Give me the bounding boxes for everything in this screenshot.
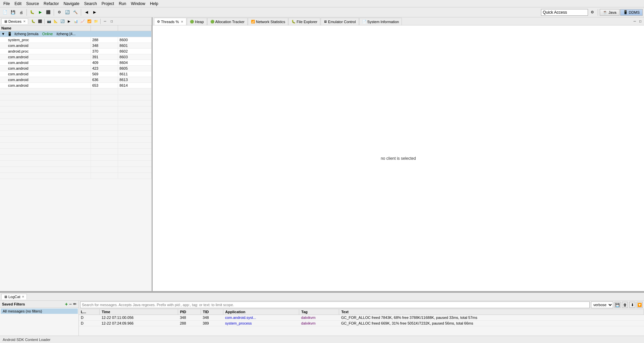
col-pid: PID [178, 309, 201, 315]
filter-all-messages[interactable]: All messages (no filters) [1, 308, 78, 314]
logcat-row[interactable]: D 12-22 07:24:09.966 288 389 system_proc… [79, 321, 644, 326]
ddms-tab-label-network: Network Statistics [256, 20, 285, 24]
logcat-save-button[interactable]: 💾 [614, 302, 621, 308]
devices-tab-x-icon[interactable]: ✕ [23, 20, 26, 23]
empty-row [0, 94, 152, 100]
run-button[interactable]: ▶ [37, 9, 44, 16]
process-name: com.android [0, 60, 91, 66]
col-time: Time [100, 309, 178, 315]
log-app: com.android.syst... [223, 315, 299, 321]
logcat-scroll-button[interactable]: ⬇ [629, 302, 635, 308]
process-row[interactable]: com.android 569 8611 [0, 71, 152, 77]
devices-toolbar-minimize[interactable]: ─ [102, 18, 108, 24]
expand-icon[interactable]: ▼ [1, 32, 5, 36]
devices-toolbar-stop[interactable]: ⬛ [37, 18, 43, 24]
devices-tab[interactable]: 🖥 Devices ✕ [1, 18, 28, 24]
devices-toolbar-layout[interactable]: 📐 [53, 18, 59, 24]
menu-window[interactable]: Window [129, 1, 147, 7]
toolbar-sep-2 [54, 9, 54, 16]
logcat-filter-button[interactable]: 🔽 [637, 302, 643, 308]
ddms-tab-label-sysinfo: System Information [367, 20, 399, 24]
process-row[interactable]: com.android 391 8603 [0, 54, 152, 60]
ddms-perspective-button[interactable]: 📱 DDMS [620, 9, 643, 16]
add-filter-button[interactable]: + [65, 301, 68, 307]
devices-toolbar-alloc[interactable]: 📈 [79, 18, 86, 24]
ddms-tab-threads[interactable]: ⚙Threads %✕ [154, 18, 186, 25]
ddms-tab-sysinfo[interactable]: 📄System Information [359, 18, 402, 25]
menu-run[interactable]: Run [117, 1, 128, 7]
process-port: 8601 [118, 43, 152, 49]
devices-toolbar-thread[interactable]: ▶ [66, 18, 72, 24]
devices-panel: 🖥 Devices ✕ 🐛 ⬛ 📷 📐 🔄 ▶ 📊 📈 📶 📁 [0, 17, 153, 291]
ddms-tab-close-threads[interactable]: ✕ [181, 20, 183, 23]
process-row[interactable]: com.android 423 8605 [0, 66, 152, 71]
process-name: com.android [0, 83, 91, 88]
devices-toolbar-debug[interactable]: 🐛 [30, 18, 36, 24]
log-level: D [79, 321, 100, 326]
process-row[interactable]: com.android 653 8614 [0, 83, 152, 88]
refresh-button[interactable]: 🔄 [64, 9, 71, 16]
empty-row [0, 149, 152, 155]
ddms-tab-label-threads: Threads % [161, 20, 179, 24]
logcat-search-input[interactable] [80, 301, 590, 308]
menu-help[interactable]: Help [148, 1, 160, 7]
logcat-search-bar: verbose debug info warn error 💾 🗑 ⬇ 🔽 [79, 301, 644, 309]
verbose-select[interactable]: verbose debug info warn error [591, 301, 613, 308]
log-time: 12-22 07:11:00.056 [100, 315, 178, 321]
save-button[interactable]: 💾 [9, 9, 17, 16]
remove-filter-button[interactable]: − [69, 301, 72, 307]
process-row[interactable]: android.proc 370 8602 [0, 49, 152, 54]
edit-filter-button[interactable]: ✏ [73, 302, 76, 306]
ddms-tab-label-allocation: Allocation Tracker [215, 20, 245, 24]
devices-toolbar-update[interactable]: 🔄 [59, 18, 65, 24]
ddms-tab-label-emulator: Emulator Control [328, 20, 356, 24]
menu-edit[interactable]: Edit [12, 1, 23, 7]
ddms-tab-network[interactable]: 📶Network Statistics [248, 18, 288, 25]
debug-button[interactable]: 🐛 [29, 9, 36, 16]
logcat-row[interactable]: D 12-22 07:11:00.056 348 348 com.android… [79, 315, 644, 321]
back-button[interactable]: ◀ [83, 9, 90, 16]
empty-row [0, 137, 152, 143]
devices-table[interactable]: Name ▼ 📱 itzheng [emula Online itzheng [… [0, 25, 152, 291]
ddms-tab-allocation[interactable]: 🟢Allocation Tracker [207, 18, 248, 25]
log-tid: 389 [201, 321, 223, 326]
ddms-minimize-button[interactable]: ─ [632, 19, 637, 23]
logcat-tab-label: LogCat [8, 295, 20, 299]
java-perspective-button[interactable]: ☕ Java [600, 9, 619, 16]
ddms-tab-heap[interactable]: 🟢Heap [187, 18, 207, 25]
menu-project[interactable]: Project [100, 1, 116, 7]
menu-file[interactable]: File [1, 1, 12, 7]
menu-search[interactable]: Search [82, 1, 99, 7]
build-button[interactable]: 🔨 [72, 9, 79, 16]
process-name: system_proc [0, 37, 91, 43]
ddms-tab-emulator[interactable]: 🖥Emulator Control [321, 18, 359, 25]
device-row[interactable]: ▼ 📱 itzheng [emula Online itzheng [4... [0, 31, 152, 37]
devices-toolbar-screenshot[interactable]: 📷 [46, 18, 52, 24]
devices-toolbar-heap[interactable]: 📊 [73, 18, 79, 24]
ddms-maximize-button[interactable]: □ [638, 19, 643, 23]
log-app: system_process [223, 321, 299, 326]
quick-access-box[interactable]: Quick Access [541, 9, 588, 16]
logcat-clear-button[interactable]: 🗑 [622, 302, 628, 308]
logcat-tab-close-icon[interactable]: ✕ [22, 295, 24, 298]
stop-button[interactable]: ⬛ [45, 9, 52, 16]
forward-button[interactable]: ▶ [91, 9, 98, 16]
devices-toolbar-network[interactable]: 📶 [86, 18, 92, 24]
menu-source[interactable]: Source [24, 1, 41, 7]
process-row[interactable]: com.android 348 8601 [0, 43, 152, 49]
ddms-tab-icon-sysinfo: 📄 [362, 20, 366, 23]
process-row[interactable]: com.android 409 8604 [0, 60, 152, 66]
print-button[interactable]: 🖨 [17, 9, 25, 16]
devices-toolbar-dump[interactable]: 📁 [93, 18, 99, 24]
quick-access-settings[interactable]: ⚙ [589, 9, 596, 16]
settings-button[interactable]: ⚙ [56, 9, 63, 16]
new-button[interactable]: 📄 [1, 9, 9, 16]
quick-access-label: Quick Access [543, 10, 567, 15]
process-row[interactable]: system_proc 288 8600 [0, 37, 152, 43]
logcat-tab[interactable]: 🖥 LogCat ✕ [1, 294, 27, 299]
process-row[interactable]: com.android 636 8613 [0, 77, 152, 83]
ddms-tab-fileexplorer[interactable]: 🐛File Explorer [288, 18, 320, 25]
menu-refactor[interactable]: Refactor [42, 1, 61, 7]
devices-toolbar-maximize[interactable]: □ [109, 18, 115, 24]
menu-navigate[interactable]: Navigate [61, 1, 81, 7]
